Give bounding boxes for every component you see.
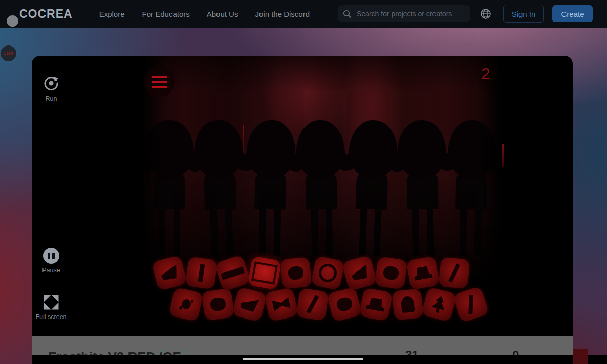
run-button[interactable]: Run: [34, 75, 68, 102]
menu-button[interactable]: [144, 67, 175, 97]
vline-icon: [185, 256, 218, 290]
horizontal-scrollbar[interactable]: [243, 358, 363, 360]
pause-label: Pause: [42, 267, 60, 274]
game-key-frame[interactable]: [247, 256, 281, 290]
pause-icon: [43, 248, 59, 264]
game-key-hat[interactable]: [406, 256, 440, 290]
game-key-blob[interactable]: [280, 257, 313, 289]
blob-icon: [280, 257, 313, 289]
nav-link-explore[interactable]: Explore: [99, 10, 125, 18]
blob-icon: [374, 256, 408, 290]
game-key-stick[interactable]: [296, 288, 329, 321]
run-label: Run: [46, 95, 57, 102]
nav-link-about-us[interactable]: About Us: [207, 10, 238, 18]
game-key-tree[interactable]: [421, 287, 457, 322]
game-stage: 2 Run Pause Ful: [32, 56, 573, 336]
hat-icon: [359, 287, 393, 321]
ring-icon: [311, 256, 345, 291]
nav-link-join-discord[interactable]: Join the Discord: [255, 10, 310, 18]
dot-icon: [169, 287, 204, 322]
game-key-bow[interactable]: [264, 287, 298, 322]
game-key-ring[interactable]: [311, 256, 345, 291]
character-silhouette: [193, 119, 246, 256]
drip-decoration: [502, 144, 504, 167]
game-key-vline[interactable]: [185, 256, 218, 290]
stick-icon: [439, 257, 471, 289]
wedge-icon: [232, 287, 267, 322]
tree-icon: [421, 287, 457, 322]
game-key-hat[interactable]: [359, 287, 393, 321]
logo[interactable]: COCREA: [19, 7, 73, 21]
game-key-stick[interactable]: [452, 286, 489, 323]
game-key-wedge[interactable]: [232, 287, 267, 322]
game-key-stick[interactable]: [439, 257, 471, 289]
fullscreen-icon: [43, 294, 59, 310]
character-silhouette: [446, 120, 497, 256]
page: COCREA Explore For Educators About Us Jo…: [0, 0, 607, 364]
search-input[interactable]: [356, 9, 465, 18]
nav-link-for-educators[interactable]: For Educators: [142, 10, 190, 18]
hat-icon: [406, 256, 440, 290]
blob-icon: [326, 287, 362, 322]
game-key-blob[interactable]: [326, 287, 362, 322]
pause-button[interactable]: Pause: [34, 248, 68, 274]
stick-icon: [452, 286, 489, 323]
background-patch: [573, 349, 588, 364]
game-key-blob[interactable]: [374, 256, 408, 290]
ghost-icon: [392, 288, 424, 321]
navbar: COCREA Explore For Educators About Us Jo…: [0, 0, 607, 28]
game-key-ghost[interactable]: [392, 288, 424, 321]
character-silhouette: [397, 120, 448, 256]
game-key-dot[interactable]: [169, 287, 204, 322]
character-silhouette: [145, 120, 194, 256]
stick-icon: [296, 288, 329, 321]
timer-badge[interactable]: 1:00:9: [1, 46, 16, 61]
character-silhouette: [245, 120, 296, 256]
frame-icon: [247, 256, 281, 290]
create-button[interactable]: Create: [552, 5, 593, 22]
game-key-blob[interactable]: [201, 288, 235, 321]
fullscreen-label: Full screen: [35, 313, 66, 321]
sign-in-button[interactable]: Sign In: [503, 5, 544, 23]
restart-icon: [42, 75, 60, 92]
blob-icon: [201, 288, 235, 321]
floating-widget-handle[interactable]: [7, 15, 18, 27]
search-icon: [343, 10, 352, 18]
nav-links: Explore For Educators About Us Join the …: [99, 10, 310, 18]
timer-text: 1:00:9: [4, 52, 13, 55]
bow-icon: [264, 287, 298, 322]
fullscreen-button[interactable]: Full screen: [34, 294, 68, 321]
round-counter: 2: [481, 65, 490, 83]
character-silhouette: [296, 120, 347, 256]
globe-icon[interactable]: [480, 8, 492, 20]
character-silhouette: [345, 119, 398, 256]
search-bar[interactable]: [338, 5, 470, 22]
